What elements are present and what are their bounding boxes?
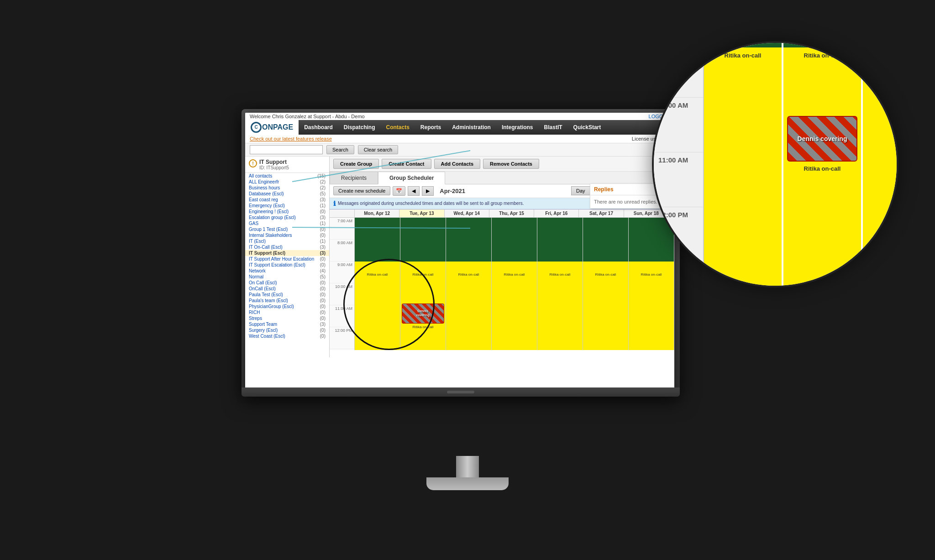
contact-item[interactable]: Support Team (3) (245, 321, 329, 327)
info-message: Messages originated during unscheduled t… (338, 201, 524, 206)
contact-item[interactable]: PhysicianGroup (Escl) (0) (245, 304, 329, 309)
clear-search-button[interactable]: Clear search (358, 145, 398, 154)
contact-item[interactable]: Databasee (Escl) (5) (245, 191, 329, 197)
calendar-body[interactable]: 7:00 AM 8:00 AM 9:00 AM 10:00 AM 11:00 A… (330, 218, 674, 350)
contact-item[interactable]: Streps (0) (245, 315, 329, 321)
dennis-covering-block[interactable]: Denniscovering (402, 304, 444, 324)
day-header-tue: Tue, Apr 13 (399, 209, 444, 217)
next-arrow[interactable]: ▶ (422, 186, 434, 196)
contact-item[interactable]: Network (4) (245, 268, 329, 274)
zoom-on-call-3: Ritika on-c... (863, 52, 897, 66)
contact-item[interactable]: IT (Escl) (1) (245, 238, 329, 244)
contacts-list: All contacts (15) ALL Engineerfr (2) Bus… (245, 173, 329, 339)
features-link[interactable]: Check out our latest features release (250, 136, 332, 141)
contact-item[interactable]: IT Support After Hour Escalation (0) (245, 256, 329, 262)
logo: C ONPAGE (245, 120, 299, 135)
time-slot: 1:00 PM (330, 349, 354, 350)
add-contacts-button[interactable]: Add Contacts (434, 159, 481, 169)
contact-item[interactable]: Internal Stakeholders (0) (245, 232, 329, 238)
time-slot: 7:00 AM (330, 218, 354, 240)
zoom-dark-1 (704, 43, 782, 47)
contact-item[interactable]: Emergency (Escl) (1) (245, 203, 329, 209)
contact-item[interactable]: GAS (1) (245, 220, 329, 226)
main-layout: ! IT Support ID: ITSupport5 All contacts… (245, 157, 674, 357)
day-col-sat: Ritika on-call (583, 218, 629, 350)
dark-block-morning (492, 218, 537, 262)
tab-recipients[interactable]: Recipients (330, 172, 378, 184)
contact-item[interactable]: Escalation group (Escl) (3) (245, 215, 329, 220)
calendar-icon-button[interactable]: 📅 (393, 186, 405, 196)
logo-text: ONPAGE (262, 123, 293, 131)
create-contact-button[interactable]: Create Contact (382, 159, 431, 169)
create-schedule-button[interactable]: Create new schedule (333, 186, 390, 195)
calendar-container: Mon, Apr 12 Tue, Apr 13 Wed, Apr 14 Thu,… (330, 209, 674, 357)
contact-item[interactable]: Normal (5) (245, 274, 329, 280)
view-day-button[interactable]: Day (571, 186, 590, 195)
contact-item-it-support[interactable]: IT Support (Escl) (3) (245, 250, 329, 256)
zoom-dark-3 (863, 43, 897, 47)
contact-item[interactable]: Paula Test (Escl) (0) (245, 292, 329, 298)
contact-item-east-coast[interactable]: East coast reg (3) (245, 197, 329, 203)
search-input[interactable] (250, 145, 323, 154)
on-call-label: Ritika on-call (355, 272, 400, 277)
contact-item[interactable]: Engineering ! (Escl) (0) (245, 209, 329, 215)
contact-item[interactable]: West Coast (Escl) (0) (245, 333, 329, 339)
contact-item[interactable]: IT Support Escalation (Escl) (0) (245, 262, 329, 268)
welcome-text: Welcome Chris Gonzalez at Support - Abdu… (250, 114, 365, 119)
calendar-header: Mon, Apr 12 Tue, Apr 13 Wed, Apr 14 Thu,… (330, 209, 674, 218)
nav-administration[interactable]: Administration (446, 120, 496, 134)
welcome-bar: Welcome Chris Gonzalez at Support - Abdu… (245, 113, 674, 120)
nav-blastit[interactable]: BlastIT (539, 120, 568, 134)
remove-contacts-button[interactable]: Remove Contacts (483, 159, 539, 169)
dark-block-morning (583, 218, 628, 262)
zoom-time-11am: 11:00 AM (654, 152, 703, 207)
zoom-time-12pm: 12:00 PM (654, 207, 703, 262)
dark-block-morning (537, 218, 583, 262)
zoom-dennis-label: Dennis covering (798, 135, 847, 142)
on-call-label: Ritika on-call (537, 272, 583, 277)
contact-item[interactable]: Paula's team (Escl) (0) (245, 298, 329, 304)
search-button[interactable]: Search (326, 145, 354, 154)
zoom-dark-2 (783, 43, 861, 47)
time-slot: 8:00 AM (330, 240, 354, 262)
nav-quickstart[interactable]: QuickStart (568, 120, 607, 134)
zoom-day-col-2: Ritika on-call Dennis covering Ritika on… (783, 43, 861, 286)
create-group-button[interactable]: Create Group (333, 159, 379, 169)
zoom-yellow-3 (863, 47, 897, 286)
zoom-time-col: 9:00 AM 10:00 AM 11:00 AM 12:00 PM (654, 43, 704, 286)
day-col-tue: Ritika on-call Denniscovering Ritika on-… (400, 218, 446, 350)
zoom-circle: 9:00 AM 10:00 AM 11:00 AM 12:00 PM Ritik… (652, 41, 898, 288)
contact-item[interactable]: OnCall (Escl) (0) (245, 286, 329, 292)
contact-item-business-hours[interactable]: Business hours (2) (245, 185, 329, 191)
contact-item[interactable]: RICH (0) (245, 309, 329, 315)
day-col-mon: Ritika on-call (355, 218, 400, 350)
nav-dashboard[interactable]: Dashboard (299, 120, 338, 134)
on-call-label: Ritika on-call (492, 272, 537, 277)
contact-item[interactable]: All contacts (15) (245, 173, 329, 179)
stand-neck (456, 456, 479, 479)
nav-integrations[interactable]: Integrations (496, 120, 539, 134)
nav-contacts[interactable]: Contacts (381, 120, 415, 134)
nav-dispatching[interactable]: Dispatching (338, 120, 381, 134)
day-header-wed: Wed, Apr 14 (445, 209, 489, 217)
tab-group-scheduler[interactable]: Group Scheduler (378, 172, 445, 184)
zoom-divider-2 (861, 43, 863, 286)
day-header-sat: Sat, Apr 17 (579, 209, 624, 217)
time-column: 7:00 AM 8:00 AM 9:00 AM 10:00 AM 11:00 A… (330, 218, 355, 350)
on-call-label: Ritika on-call (583, 272, 628, 277)
warning-icon: ! (249, 159, 257, 167)
contact-item[interactable]: Surgery (Escl) (0) (245, 327, 329, 333)
zoom-day-col-3: Ritika on-c... (863, 43, 897, 286)
contact-item[interactable]: ALL Engineerfr (2) (245, 179, 329, 185)
day-header-fri: Fri, Apr 16 (534, 209, 579, 217)
zoom-divider-1 (782, 43, 783, 286)
zoom-dennis-block[interactable]: Dennis covering (787, 116, 857, 162)
time-col-header (330, 209, 355, 217)
stand-base (426, 477, 509, 490)
prev-arrow[interactable]: ◀ (408, 186, 420, 196)
contact-item[interactable]: On Call (Escl) (0) (245, 280, 329, 286)
contact-item[interactable]: Group 1 Test (Escl) (0) (245, 226, 329, 232)
on-call-label: Ritika on-call (446, 272, 491, 277)
contact-item[interactable]: IT On-Call (Escl) (3) (245, 244, 329, 250)
nav-reports[interactable]: Reports (415, 120, 446, 134)
